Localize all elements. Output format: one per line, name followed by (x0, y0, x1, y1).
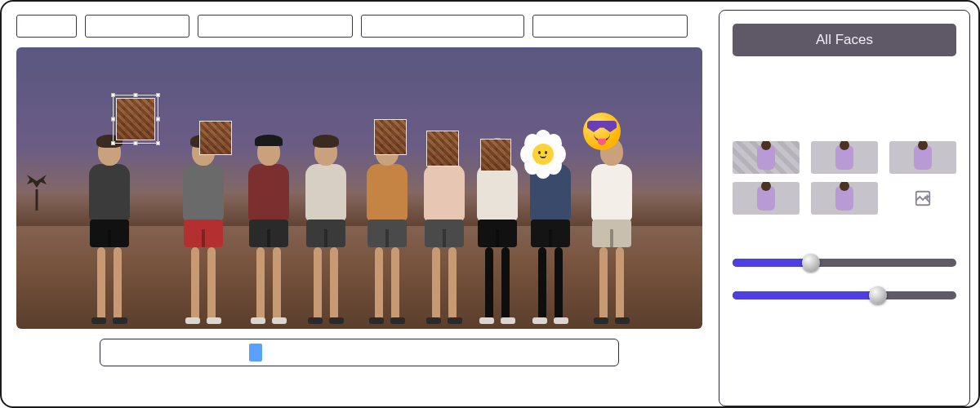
flower-sticker-icon[interactable] (523, 134, 564, 175)
face-pixelation-overlay[interactable] (426, 131, 459, 166)
person-figure (86, 138, 133, 324)
top-toolbar (10, 10, 709, 38)
timeline-playhead[interactable] (249, 344, 262, 361)
face-pixelation-overlay[interactable] (199, 121, 232, 155)
toolbar-tool-3[interactable] (198, 15, 353, 38)
sidebar-panel: All Faces (719, 10, 970, 406)
toolbar-tool-5[interactable] (532, 15, 688, 38)
sunglasses-emoji-sticker-icon[interactable] (583, 113, 621, 150)
face-pixelation-overlay[interactable] (480, 139, 511, 171)
sliders-group (733, 234, 956, 308)
face-pixelation-overlay[interactable] (374, 119, 407, 155)
toolbar-tool-1[interactable] (16, 15, 77, 38)
person-figure (302, 138, 350, 324)
person-figure (245, 138, 292, 324)
slider-knob[interactable] (802, 254, 820, 272)
slider-2[interactable] (733, 291, 956, 299)
face-thumbnail[interactable] (889, 141, 956, 174)
person-figure (363, 138, 411, 324)
toolbar-tool-4[interactable] (361, 15, 524, 38)
person-figure (588, 138, 635, 324)
add-image-icon (914, 189, 932, 207)
slider-1[interactable] (733, 259, 956, 267)
all-faces-button[interactable]: All Faces (733, 24, 956, 56)
person-figure (180, 138, 227, 324)
face-selection-box[interactable] (113, 95, 158, 144)
timeline[interactable] (100, 339, 619, 366)
app-window: All Faces (0, 0, 980, 408)
slider-knob[interactable] (869, 286, 887, 304)
scenery-palm-tree (24, 173, 49, 211)
face-thumbnail[interactable] (733, 141, 800, 174)
canvas-wrap (16, 47, 702, 329)
editor-pane (10, 10, 709, 406)
add-face-button[interactable] (889, 182, 956, 215)
face-thumbnail[interactable] (733, 182, 800, 215)
face-thumbnail[interactable] (811, 182, 878, 215)
face-thumbnail-grid (733, 141, 956, 215)
face-thumbnail[interactable] (811, 141, 878, 174)
image-canvas[interactable] (16, 47, 702, 329)
toolbar-tool-2[interactable] (85, 15, 189, 38)
